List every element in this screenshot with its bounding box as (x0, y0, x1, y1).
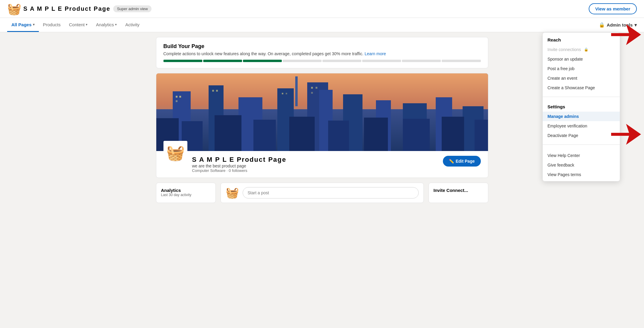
nav-content[interactable]: Content ▾ (65, 18, 92, 32)
progress-seg-5 (322, 60, 361, 62)
sponsor-update-label: Sponsor an update (547, 57, 583, 61)
build-card-title: Build Your Page (163, 43, 481, 50)
nav-left: All Pages ▾ Products Content ▾ Analytics… (7, 18, 144, 32)
create-event-label: Create an event (547, 76, 577, 81)
chevron-down-icon-content: ▾ (86, 23, 88, 27)
progress-seg-2 (203, 60, 242, 62)
divider-1 (543, 97, 620, 97)
company-logo-icon: 🧺 (7, 2, 20, 16)
svg-rect-24 (176, 96, 178, 98)
edit-page-button[interactable]: ✏️ Edit Page (443, 156, 481, 167)
settings-header: Settings (543, 103, 620, 112)
svg-rect-23 (475, 120, 488, 151)
post-logo-icon: 🧺 (226, 187, 239, 199)
skyline-svg (156, 73, 488, 151)
header-page-title: S A M P L E Product Page (23, 5, 110, 12)
svg-rect-30 (286, 93, 287, 94)
view-pages-terms-label: View Pages terms (547, 172, 581, 177)
build-your-page-card: Build Your Page Complete actions to unlo… (156, 37, 488, 68)
bottom-row: Analytics Last 30 day activity 🧺 Invite … (156, 183, 488, 203)
company-meta: Computer Software · 0 followers (192, 168, 443, 173)
reach-header: Reach (543, 36, 620, 45)
settings-section: Settings Manage admins Employee verifica… (543, 99, 620, 142)
svg-rect-7 (295, 76, 298, 106)
nav-activity[interactable]: Activity (121, 18, 144, 32)
invite-connections-item: Invite connections 🔒 (543, 45, 620, 54)
give-feedback-label: Give feedback (547, 163, 574, 167)
post-card: 🧺 (221, 183, 424, 203)
deactivate-page-item[interactable]: Deactivate Page (543, 131, 620, 140)
deactivate-page-label: Deactivate Page (547, 133, 578, 138)
admin-tools-button[interactable]: 🔒 Admin tools ▾ (599, 22, 637, 28)
manage-admins-label: Manage admins (547, 114, 579, 119)
progress-seg-7 (402, 60, 441, 62)
svg-rect-28 (216, 90, 218, 92)
build-card-description: Complete actions to unlock new features … (163, 51, 481, 56)
post-free-job-label: Post a free job (547, 66, 574, 71)
employee-verification-label: Employee verification (547, 124, 587, 128)
chevron-down-icon-analytics: ▾ (115, 23, 117, 27)
svg-rect-19 (328, 121, 349, 151)
analytics-title: Analytics (161, 188, 211, 193)
view-pages-terms-item[interactable]: View Pages terms (543, 170, 620, 179)
svg-rect-25 (179, 96, 181, 98)
svg-rect-20 (364, 118, 388, 151)
logo-area: 🧺 S A M P L E Product Page Super admin v… (7, 2, 152, 16)
invite-connections-label: Invite connections (547, 47, 581, 52)
create-event-item[interactable]: Create an event (543, 73, 620, 83)
main-content: Build Your Page Complete actions to unlo… (149, 32, 495, 208)
progress-seg-3 (243, 60, 282, 62)
sponsor-update-item[interactable]: Sponsor an update (543, 54, 620, 64)
company-logo-box: 🧺 (163, 141, 187, 165)
manage-admins-item[interactable]: Manage admins (543, 112, 620, 121)
svg-rect-32 (316, 87, 317, 89)
svg-rect-33 (311, 92, 313, 94)
start-post-input[interactable] (243, 187, 419, 198)
progress-seg-4 (283, 60, 322, 62)
learn-more-link[interactable]: Learn more (365, 51, 386, 56)
top-header: 🧺 S A M P L E Product Page Super admin v… (0, 0, 644, 18)
divider-2 (543, 144, 620, 145)
company-info: S A M P L E Product Page we are the best… (192, 156, 443, 173)
post-free-job-item[interactable]: Post a free job (543, 64, 620, 73)
invite-card: Invite Connect... (429, 183, 488, 203)
svg-rect-31 (311, 87, 313, 89)
nav-all-pages-label: All Pages (11, 22, 32, 27)
progress-seg-6 (362, 60, 401, 62)
nav-activity-label: Activity (125, 22, 140, 27)
view-help-item[interactable]: View Help Center (543, 151, 620, 160)
extra-section: View Help Center Give feedback View Page… (543, 147, 620, 181)
super-admin-badge: Super admin view (113, 5, 151, 12)
nav-bar: All Pages ▾ Products Content ▾ Analytics… (0, 18, 644, 32)
nav-all-pages[interactable]: All Pages ▾ (7, 18, 39, 32)
profile-bottom: 🧺 S A M P L E Product Page we are the be… (156, 151, 488, 178)
nav-content-label: Content (69, 22, 85, 27)
view-as-member-button[interactable]: View as member (589, 3, 637, 14)
svg-rect-29 (282, 93, 283, 94)
employee-verification-item[interactable]: Employee verification (543, 121, 620, 131)
progress-seg-8 (442, 60, 481, 62)
company-logo-emoji: 🧺 (166, 144, 185, 161)
nav-products[interactable]: Products (39, 18, 65, 32)
nav-analytics-label: Analytics (96, 22, 114, 27)
progress-seg-1 (163, 60, 202, 62)
svg-rect-22 (442, 117, 464, 151)
chevron-down-icon-admin: ▾ (634, 22, 637, 28)
chevron-down-icon: ▾ (33, 23, 35, 27)
create-showcase-item[interactable]: Create a Showcase Page (543, 83, 620, 93)
create-showcase-label: Create a Showcase Page (547, 85, 595, 90)
svg-rect-17 (253, 120, 276, 151)
svg-rect-16 (215, 115, 241, 151)
company-name: S A M P L E Product Page (192, 156, 443, 164)
nav-analytics[interactable]: Analytics ▾ (92, 18, 121, 32)
view-help-label: View Help Center (547, 153, 580, 158)
analytics-subtitle: Last 30 day activity (161, 193, 211, 197)
cover-section: 🧺 S A M P L E Product Page we are the be… (156, 73, 488, 178)
invite-title: Invite Connect... (434, 188, 483, 193)
reach-section: Reach Invite connections 🔒 Sponsor an up… (543, 33, 620, 94)
give-feedback-item[interactable]: Give feedback (543, 160, 620, 170)
svg-rect-27 (212, 90, 214, 92)
edit-page-label: Edit Page (456, 159, 475, 164)
svg-rect-18 (289, 117, 315, 151)
nav-products-label: Products (43, 22, 61, 27)
